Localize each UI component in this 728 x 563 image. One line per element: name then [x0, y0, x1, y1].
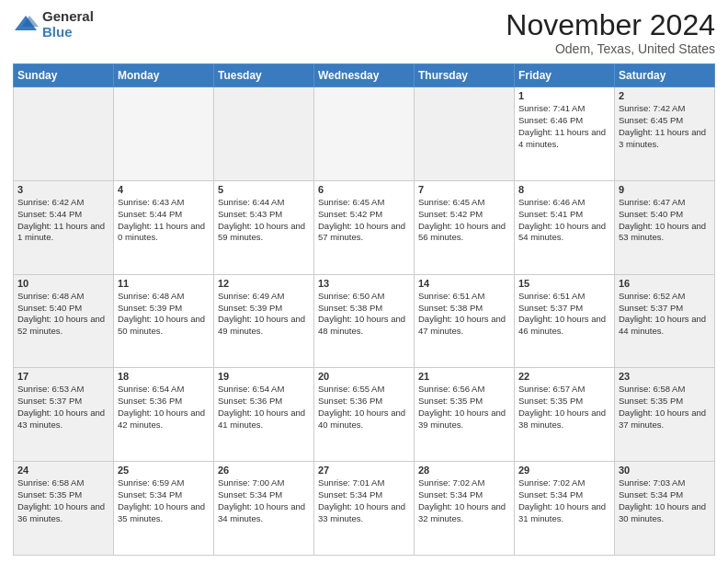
day-number: 5	[218, 184, 310, 195]
day-info: Sunrise: 6:58 AMSunset: 5:35 PMDaylight:…	[17, 477, 109, 524]
day-number: 14	[418, 278, 510, 289]
logo: General Blue	[13, 9, 94, 40]
weekday-header-sunday: Sunday	[14, 64, 114, 87]
day-info: Sunrise: 6:48 AMSunset: 5:39 PMDaylight:…	[118, 291, 210, 338]
day-info: Sunrise: 6:56 AMSunset: 5:35 PMDaylight:…	[418, 384, 510, 431]
day-number: 28	[418, 465, 510, 476]
week-row-3: 17Sunrise: 6:53 AMSunset: 5:37 PMDayligh…	[14, 368, 715, 462]
page: General Blue November 2024 Odem, Texas, …	[0, 0, 728, 563]
day-number: 26	[218, 465, 310, 476]
logo-icon	[13, 12, 39, 38]
day-cell: 18Sunrise: 6:54 AMSunset: 5:36 PMDayligh…	[114, 368, 214, 462]
day-cell: 30Sunrise: 7:03 AMSunset: 5:34 PMDayligh…	[615, 462, 715, 556]
day-info: Sunrise: 7:00 AMSunset: 5:34 PMDaylight:…	[218, 477, 310, 524]
day-number: 30	[619, 465, 711, 476]
day-cell: 17Sunrise: 6:53 AMSunset: 5:37 PMDayligh…	[14, 368, 114, 462]
day-cell: 13Sunrise: 6:50 AMSunset: 5:38 PMDayligh…	[314, 274, 415, 368]
day-number: 20	[318, 371, 410, 382]
day-cell: 2Sunrise: 7:42 AMSunset: 6:45 PMDaylight…	[615, 87, 715, 181]
location: Odem, Texas, United States	[506, 41, 715, 56]
day-number: 8	[518, 184, 610, 195]
day-number: 15	[518, 278, 610, 289]
weekday-header-wednesday: Wednesday	[314, 64, 415, 87]
day-info: Sunrise: 7:02 AMSunset: 5:34 PMDaylight:…	[518, 477, 610, 524]
day-cell: 1Sunrise: 7:41 AMSunset: 6:46 PMDaylight…	[515, 87, 615, 181]
day-number: 22	[518, 371, 610, 382]
day-number: 2	[619, 90, 711, 101]
week-row-2: 10Sunrise: 6:48 AMSunset: 5:40 PMDayligh…	[14, 274, 715, 368]
day-cell: 19Sunrise: 6:54 AMSunset: 5:36 PMDayligh…	[214, 368, 314, 462]
day-number: 29	[518, 465, 610, 476]
day-number: 21	[418, 371, 510, 382]
day-info: Sunrise: 6:58 AMSunset: 5:35 PMDaylight:…	[619, 384, 711, 431]
weekday-header-row: SundayMondayTuesdayWednesdayThursdayFrid…	[14, 64, 715, 87]
day-number: 16	[619, 278, 711, 289]
weekday-header-thursday: Thursday	[415, 64, 515, 87]
day-info: Sunrise: 6:59 AMSunset: 5:34 PMDaylight:…	[118, 477, 210, 524]
day-cell: 3Sunrise: 6:42 AMSunset: 5:44 PMDaylight…	[14, 180, 114, 274]
day-number: 18	[118, 371, 210, 382]
day-cell: 5Sunrise: 6:44 AMSunset: 5:43 PMDaylight…	[214, 180, 314, 274]
day-cell: 26Sunrise: 7:00 AMSunset: 5:34 PMDayligh…	[214, 462, 314, 556]
day-number: 7	[418, 184, 510, 195]
day-info: Sunrise: 6:55 AMSunset: 5:36 PMDaylight:…	[318, 384, 410, 431]
day-info: Sunrise: 6:42 AMSunset: 5:44 PMDaylight:…	[17, 197, 109, 244]
day-cell	[14, 87, 114, 181]
day-info: Sunrise: 6:52 AMSunset: 5:37 PMDaylight:…	[619, 291, 711, 338]
logo-blue-text: Blue	[42, 25, 94, 40]
calendar-table: SundayMondayTuesdayWednesdayThursdayFrid…	[13, 63, 715, 556]
day-info: Sunrise: 6:49 AMSunset: 5:39 PMDaylight:…	[218, 291, 310, 338]
day-number: 12	[218, 278, 310, 289]
title-block: November 2024 Odem, Texas, United States	[506, 9, 715, 56]
week-row-4: 24Sunrise: 6:58 AMSunset: 5:35 PMDayligh…	[14, 462, 715, 556]
header: General Blue November 2024 Odem, Texas, …	[13, 9, 715, 56]
day-info: Sunrise: 6:48 AMSunset: 5:40 PMDaylight:…	[17, 291, 109, 338]
day-info: Sunrise: 7:02 AMSunset: 5:34 PMDaylight:…	[418, 477, 510, 524]
day-number: 27	[318, 465, 410, 476]
day-info: Sunrise: 6:54 AMSunset: 5:36 PMDaylight:…	[218, 384, 310, 431]
day-info: Sunrise: 6:51 AMSunset: 5:38 PMDaylight:…	[418, 291, 510, 338]
day-number: 4	[118, 184, 210, 195]
day-number: 10	[17, 278, 109, 289]
day-cell: 16Sunrise: 6:52 AMSunset: 5:37 PMDayligh…	[615, 274, 715, 368]
day-cell: 6Sunrise: 6:45 AMSunset: 5:42 PMDaylight…	[314, 180, 415, 274]
day-cell: 11Sunrise: 6:48 AMSunset: 5:39 PMDayligh…	[114, 274, 214, 368]
day-cell: 10Sunrise: 6:48 AMSunset: 5:40 PMDayligh…	[14, 274, 114, 368]
day-info: Sunrise: 6:43 AMSunset: 5:44 PMDaylight:…	[118, 197, 210, 244]
day-number: 13	[318, 278, 410, 289]
day-info: Sunrise: 7:42 AMSunset: 6:45 PMDaylight:…	[619, 103, 711, 150]
weekday-header-saturday: Saturday	[615, 64, 715, 87]
day-info: Sunrise: 6:44 AMSunset: 5:43 PMDaylight:…	[218, 197, 310, 244]
day-info: Sunrise: 6:45 AMSunset: 5:42 PMDaylight:…	[418, 197, 510, 244]
day-number: 1	[518, 90, 610, 101]
day-number: 19	[218, 371, 310, 382]
day-cell: 25Sunrise: 6:59 AMSunset: 5:34 PMDayligh…	[114, 462, 214, 556]
day-cell: 20Sunrise: 6:55 AMSunset: 5:36 PMDayligh…	[314, 368, 415, 462]
day-info: Sunrise: 7:03 AMSunset: 5:34 PMDaylight:…	[619, 477, 711, 524]
day-cell: 14Sunrise: 6:51 AMSunset: 5:38 PMDayligh…	[415, 274, 515, 368]
day-number: 9	[619, 184, 711, 195]
day-cell: 7Sunrise: 6:45 AMSunset: 5:42 PMDaylight…	[415, 180, 515, 274]
day-cell	[415, 87, 515, 181]
day-info: Sunrise: 7:01 AMSunset: 5:34 PMDaylight:…	[318, 477, 410, 524]
weekday-header-monday: Monday	[114, 64, 214, 87]
day-info: Sunrise: 6:47 AMSunset: 5:40 PMDaylight:…	[619, 197, 711, 244]
day-cell: 9Sunrise: 6:47 AMSunset: 5:40 PMDaylight…	[615, 180, 715, 274]
day-info: Sunrise: 6:54 AMSunset: 5:36 PMDaylight:…	[118, 384, 210, 431]
day-number: 6	[318, 184, 410, 195]
day-cell: 29Sunrise: 7:02 AMSunset: 5:34 PMDayligh…	[515, 462, 615, 556]
logo-text: General Blue	[42, 9, 94, 40]
day-cell: 28Sunrise: 7:02 AMSunset: 5:34 PMDayligh…	[415, 462, 515, 556]
day-cell: 15Sunrise: 6:51 AMSunset: 5:37 PMDayligh…	[515, 274, 615, 368]
day-cell: 24Sunrise: 6:58 AMSunset: 5:35 PMDayligh…	[14, 462, 114, 556]
day-cell	[214, 87, 314, 181]
day-info: Sunrise: 6:53 AMSunset: 5:37 PMDaylight:…	[17, 384, 109, 431]
weekday-header-tuesday: Tuesday	[214, 64, 314, 87]
day-cell	[114, 87, 214, 181]
week-row-0: 1Sunrise: 7:41 AMSunset: 6:46 PMDaylight…	[14, 87, 715, 181]
day-number: 17	[17, 371, 109, 382]
day-number: 23	[619, 371, 711, 382]
day-info: Sunrise: 7:41 AMSunset: 6:46 PMDaylight:…	[518, 103, 610, 150]
day-cell	[314, 87, 415, 181]
day-cell: 27Sunrise: 7:01 AMSunset: 5:34 PMDayligh…	[314, 462, 415, 556]
